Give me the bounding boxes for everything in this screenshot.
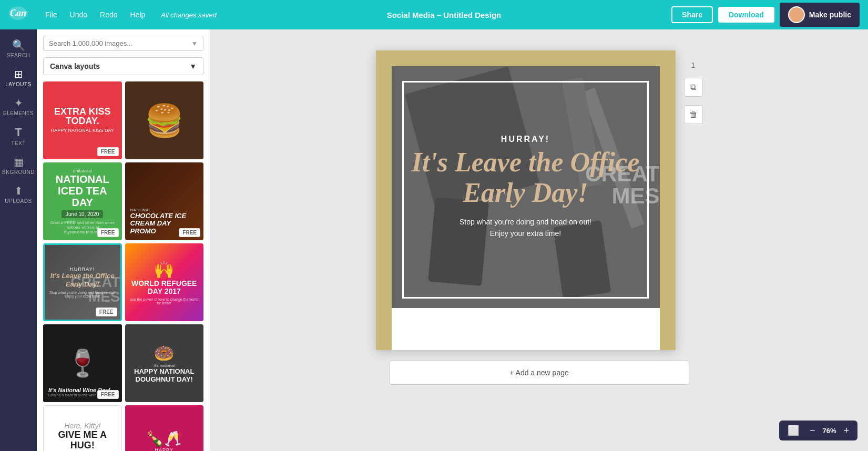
layouts-panel: ▼ Canva layouts ▼ EXTRA KISS TODAY. HAPP… xyxy=(37,29,210,451)
free-badge: FREE xyxy=(97,147,119,156)
layout-card-kiss[interactable]: EXTRA KISS TODAY. HAPPY NATIONAL KISS DA… xyxy=(43,81,122,159)
canva-logo[interactable]: Canva xyxy=(8,6,27,24)
card-hug-title: GIVE ME A HUG! xyxy=(48,430,117,451)
card-tea-small: unilateral xyxy=(73,168,92,173)
copy-page-button[interactable]: ⧉ xyxy=(684,78,703,97)
canvas-inner: CREAT MES HURRAY! It's Leave the Office … xyxy=(392,66,660,308)
sidebar-item-elements[interactable]: ✦ ELEMENTS xyxy=(0,93,37,121)
menu-help[interactable]: Help xyxy=(125,7,151,22)
avatar xyxy=(788,6,805,23)
trash-icon: 🗑 xyxy=(689,110,698,119)
elements-icon: ✦ xyxy=(14,98,23,108)
canvas-subtitle: Stop what you're doing and head on out! … xyxy=(459,216,591,240)
card-kiss-title: EXTRA KISS TODAY. xyxy=(47,107,118,126)
sidebar-label-background: BKGROUND xyxy=(2,169,35,175)
layout-card-wine-dark[interactable]: 🍷 It's National Wine Day! Raising a toas… xyxy=(43,324,122,402)
make-public-button[interactable]: Make public xyxy=(780,3,860,27)
donut-emoji: 🍩 xyxy=(154,343,175,363)
delete-page-button[interactable]: 🗑 xyxy=(684,105,703,124)
free-badge-choc: FREE xyxy=(179,228,200,237)
refugee-hands-emoji: 🙌 xyxy=(154,260,175,280)
zoom-in-button[interactable]: + xyxy=(840,424,852,437)
free-badge-wine-dark: FREE xyxy=(97,390,119,399)
menu-file[interactable]: File xyxy=(40,7,63,22)
layout-card-choc[interactable]: NATIONAL CHOCOLATE ICE CREAM DAY PROMO F… xyxy=(125,162,204,240)
share-button[interactable]: Share xyxy=(671,6,713,23)
layout-card-burger[interactable]: 🍔 xyxy=(125,81,204,159)
card-wm-label: HAPPY xyxy=(155,447,173,452)
zoom-controls: ⬜ − 76% + xyxy=(779,421,857,440)
svg-text:Canva: Canva xyxy=(10,8,27,18)
layouts-dropdown-label: Canva layouts xyxy=(50,62,100,70)
canvas-bg-image: CREAT MES HURRAY! It's Leave the Office … xyxy=(392,66,660,308)
search-bar[interactable]: ▼ xyxy=(43,36,203,51)
sidebar-item-search[interactable]: 🔍 SEARCH xyxy=(0,35,37,64)
sidebar-label-text: TEXT xyxy=(11,140,26,146)
topbar-actions: Share Download Make public xyxy=(671,3,860,27)
layouts-grid: EXTRA KISS TODAY. HAPPY NATIONAL KISS DA… xyxy=(43,81,203,451)
layout-card-refugee[interactable]: 🙌 WORLD REFUGEE DAY 2017 use the power o… xyxy=(125,243,204,321)
canvas-subtitle-line2: Enjoy your extra time! xyxy=(459,228,591,239)
page-controls: 1 ⧉ 🗑 xyxy=(684,50,703,124)
card-kiss-subtitle: HAPPY NATIONAL KISS DAY xyxy=(51,128,114,134)
card-tea-title: NATIONAL ICED TEA DAY xyxy=(47,173,118,208)
page-number: 1 xyxy=(691,61,696,69)
presentation-icon: ⬜ xyxy=(788,425,799,436)
text-icon: T xyxy=(15,127,22,138)
menu-undo[interactable]: Undo xyxy=(65,7,93,22)
chevron-down-icon: ▼ xyxy=(191,40,198,47)
layout-card-wine-magenta[interactable]: 🍾🥂 HAPPY NATIONAL WINE DAY! FREE xyxy=(125,405,204,451)
canvas-main-title[interactable]: It's Leave the Office Early Day! xyxy=(407,147,644,207)
sidebar-item-background[interactable]: ▦ BKGROUND xyxy=(0,151,37,180)
design-canvas[interactable]: CREAT MES HURRAY! It's Leave the Office … xyxy=(376,50,676,350)
layout-card-tea[interactable]: unilateral NATIONAL ICED TEA DAY June 10… xyxy=(43,162,122,240)
free-badge-office: FREE xyxy=(96,308,117,316)
layouts-icon: ⊞ xyxy=(14,69,23,79)
canvas-hurray-text: HURRAY! xyxy=(501,135,550,144)
canvas-area: CREAT MES HURRAY! It's Leave the Office … xyxy=(210,29,868,451)
card-tea-date: June 10, 2020 xyxy=(62,210,103,218)
canvas-bottom-strip xyxy=(392,308,660,350)
layout-card-office[interactable]: HURRAY! It's Leave the Office Early Day!… xyxy=(43,243,122,321)
sidebar-label-layouts: LAYOUTS xyxy=(5,81,31,87)
wine-dark-emoji: 🍷 xyxy=(66,348,99,378)
layout-card-hug[interactable]: Here, Kitty! GIVE ME A HUG! Because I'm … xyxy=(43,405,122,451)
free-badge-tea: FREE xyxy=(97,228,119,237)
add-page-button[interactable]: + Add a new page xyxy=(390,361,689,385)
saved-status: All changes saved xyxy=(161,11,217,19)
card-refugee-title: WORLD REFUGEE DAY 2017 xyxy=(129,280,200,296)
card-hug-cat: Here, Kitty! xyxy=(64,422,100,430)
copy-icon: ⧉ xyxy=(690,83,696,92)
sidebar-label-elements: ELEMENTS xyxy=(3,110,34,116)
presentation-mode-button[interactable]: ⬜ xyxy=(784,424,802,437)
layout-card-donut[interactable]: 🍩 it's national HAPPY NATIONAL DOUGHNUT … xyxy=(125,324,204,402)
sidebar-label-uploads: UPLOADS xyxy=(5,198,32,204)
sidebar-item-uploads[interactable]: ⬆ UPLOADS xyxy=(0,180,37,209)
search-input[interactable] xyxy=(49,39,191,47)
canvas-wrapper: CREAT MES HURRAY! It's Leave the Office … xyxy=(376,50,703,350)
burger-emoji: 🍔 xyxy=(145,102,184,139)
wine-bottle-icon: 🍾🥂 xyxy=(146,430,182,447)
document-title: Social Media – Untitled Design xyxy=(387,11,502,19)
sidebar-item-layouts[interactable]: ⊞ LAYOUTS xyxy=(0,64,37,93)
menu-redo[interactable]: Redo xyxy=(95,7,122,22)
card-office-hurray: HURRAY! xyxy=(70,266,95,272)
chevron-down-icon: ▼ xyxy=(189,62,197,70)
background-icon: ▦ xyxy=(14,157,24,167)
search-icon: 🔍 xyxy=(12,40,25,50)
sidebar-item-text[interactable]: T TEXT xyxy=(0,121,37,151)
left-sidebar: 🔍 SEARCH ⊞ LAYOUTS ✦ ELEMENTS T TEXT ▦ B… xyxy=(0,29,37,451)
download-button[interactable]: Download xyxy=(718,7,774,23)
zoom-level-display: 76% xyxy=(822,427,836,435)
topbar: Canva File Undo Redo Help All changes sa… xyxy=(0,0,868,29)
canvas-text-overlay: HURRAY! It's Leave the Office Early Day!… xyxy=(392,66,660,308)
card-refugee-desc: use the power of love to change the worl… xyxy=(129,298,200,305)
topbar-menu: File Undo Redo Help xyxy=(40,7,150,22)
zoom-out-button[interactable]: − xyxy=(806,424,819,437)
sidebar-label-search: SEARCH xyxy=(7,53,30,58)
card-donut-title: HAPPY NATIONAL DOUGHNUT DAY! xyxy=(129,368,200,383)
canvas-subtitle-line1: Stop what you're doing and head on out! xyxy=(459,216,591,228)
layouts-dropdown[interactable]: Canva layouts ▼ xyxy=(43,57,203,75)
uploads-icon: ⬆ xyxy=(14,186,23,196)
